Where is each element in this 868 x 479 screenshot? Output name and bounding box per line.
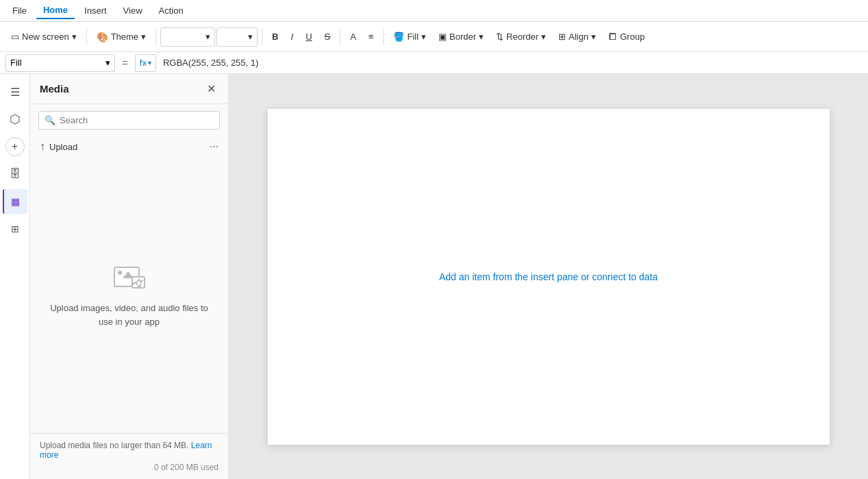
align-icon: ⊞ xyxy=(558,32,566,42)
new-screen-icon: ▭ xyxy=(11,32,19,42)
media-panel-title: Media xyxy=(40,83,69,95)
border-icon: ▣ xyxy=(438,32,447,42)
fill-icon: 🪣 xyxy=(393,32,404,42)
bold-button[interactable]: B xyxy=(266,29,284,45)
separator-4 xyxy=(340,29,340,45)
toolbar: ▭ New screen ▾ 🎨 Theme ▾ ▾ ▾ B I U S A ≡… xyxy=(0,22,868,52)
menu-action[interactable]: Action xyxy=(152,3,190,19)
database-icon[interactable]: 🗄 xyxy=(3,162,27,186)
menu-view[interactable]: View xyxy=(116,3,149,19)
border-label: Border xyxy=(449,32,476,42)
reorder-label: Reorder xyxy=(506,32,538,42)
add-button[interactable]: + xyxy=(5,137,25,156)
menu-file[interactable]: File xyxy=(5,3,34,19)
border-button[interactable]: ▣ Border ▾ xyxy=(433,29,489,45)
theme-button[interactable]: 🎨 Theme ▾ xyxy=(91,29,151,45)
fx-label: fx xyxy=(140,58,147,68)
formula-equals: = xyxy=(119,57,131,69)
font-family-dropdown[interactable]: ▾ xyxy=(160,27,215,47)
group-button[interactable]: ⧠ Group xyxy=(603,29,650,45)
chevron-down-icon-4: ▾ xyxy=(248,32,253,42)
upload-row[interactable]: ↑ Upload ··· xyxy=(30,136,228,157)
separator-5 xyxy=(383,29,384,45)
chevron-down-icon-fx: ▾ xyxy=(148,59,151,66)
more-options-icon[interactable]: ··· xyxy=(210,140,219,153)
chevron-down-icon-2: ▾ xyxy=(141,32,146,42)
formula-selector[interactable]: Fill ▾ xyxy=(5,54,115,72)
search-icon: 🔍 xyxy=(45,115,55,125)
upload-arrow-icon: ↑ xyxy=(40,140,45,153)
new-screen-label: New screen xyxy=(22,32,69,42)
separator-3 xyxy=(262,29,262,45)
component-icon[interactable]: ⊞ xyxy=(3,217,27,241)
font-size-dropdown[interactable]: ▾ xyxy=(216,27,258,47)
media-panel-header: Media ✕ xyxy=(30,74,228,104)
text-color-button[interactable]: A xyxy=(345,29,362,45)
underline-button[interactable]: U xyxy=(300,29,317,45)
canvas-screen[interactable]: Add an item from the insert pane or conn… xyxy=(268,109,830,445)
menu-bar: File Home Insert View Action xyxy=(0,0,868,22)
formula-value: RGBA(255, 255, 255, 1) xyxy=(160,58,258,68)
new-screen-button[interactable]: ▭ New screen ▾ xyxy=(5,29,82,45)
main-layout: ☰ ⬡ + 🗄 ▦ ⊞ Media ✕ 🔍 ↑ Upload ··· xyxy=(0,74,868,479)
media-footer-message: Upload media files no larger than 64 MB.… xyxy=(40,441,219,460)
formula-bar: Fill ▾ = fx ▾ RGBA(255, 255, 255, 1) xyxy=(0,52,868,74)
connect-to-data-link[interactable]: connect to data xyxy=(592,271,658,282)
media-placeholder-icon xyxy=(113,262,146,291)
media-footer: Upload media files no larger than 64 MB.… xyxy=(30,433,228,479)
chevron-down-icon: ▾ xyxy=(72,32,77,42)
chevron-down-icon-7: ▾ xyxy=(541,32,546,42)
close-icon[interactable]: ✕ xyxy=(204,81,219,97)
canvas-area: Add an item from the insert pane or conn… xyxy=(229,74,868,479)
upload-left: ↑ Upload xyxy=(40,140,77,153)
align-text-button[interactable]: ≡ xyxy=(363,29,380,45)
separator-1 xyxy=(86,29,87,45)
italic-button[interactable]: I xyxy=(286,29,299,45)
group-icon: ⧠ xyxy=(608,32,617,42)
layers-icon[interactable]: ⬡ xyxy=(3,107,27,132)
fill-label: Fill xyxy=(407,32,419,42)
fill-button[interactable]: 🪣 Fill ▾ xyxy=(388,29,432,45)
align-button[interactable]: ⊞ Align ▾ xyxy=(553,29,602,45)
menu-insert[interactable]: Insert xyxy=(77,3,114,19)
separator-2 xyxy=(156,29,156,45)
menu-home[interactable]: Home xyxy=(36,2,75,19)
media-placeholder-text: Upload images, video, and audio files to… xyxy=(44,302,214,328)
media-panel: Media ✕ 🔍 ↑ Upload ··· xyxy=(30,74,229,479)
media-content: Upload images, video, and audio files to… xyxy=(30,157,228,433)
media-footer-text: Upload media files no larger than 64 MB. xyxy=(40,441,188,450)
strikethrough-button[interactable]: S xyxy=(319,29,336,45)
align-label: Align xyxy=(569,32,588,42)
formula-fx-button[interactable]: fx ▾ xyxy=(135,54,156,72)
svg-line-6 xyxy=(140,280,143,281)
reorder-button[interactable]: ⇅ Reorder ▾ xyxy=(491,29,551,45)
chevron-down-icon-3: ▾ xyxy=(206,32,210,42)
hamburger-icon[interactable]: ☰ xyxy=(3,79,27,104)
canvas-hint: Add an item from the insert pane or conn… xyxy=(439,271,658,282)
media-icon[interactable]: ▦ xyxy=(3,189,27,214)
svg-point-2 xyxy=(118,271,122,275)
theme-icon: 🎨 xyxy=(97,32,108,42)
chevron-down-icon-8: ▾ xyxy=(591,32,596,42)
chevron-down-icon-formula: ▾ xyxy=(106,58,110,68)
chevron-down-icon-5: ▾ xyxy=(421,32,426,42)
canvas-hint-text: Add an item from the insert pane or xyxy=(439,271,589,282)
search-input[interactable] xyxy=(60,115,214,125)
sidebar-icons: ☰ ⬡ + 🗄 ▦ ⊞ xyxy=(0,74,30,479)
formula-selector-label: Fill xyxy=(10,58,22,68)
theme-label: Theme xyxy=(111,32,138,42)
group-label: Group xyxy=(620,32,645,42)
upload-label: Upload xyxy=(49,142,77,152)
chevron-down-icon-6: ▾ xyxy=(479,32,484,42)
storage-used: 0 of 200 MB used xyxy=(40,463,219,472)
reorder-icon: ⇅ xyxy=(496,32,504,42)
search-box[interactable]: 🔍 xyxy=(38,111,220,130)
